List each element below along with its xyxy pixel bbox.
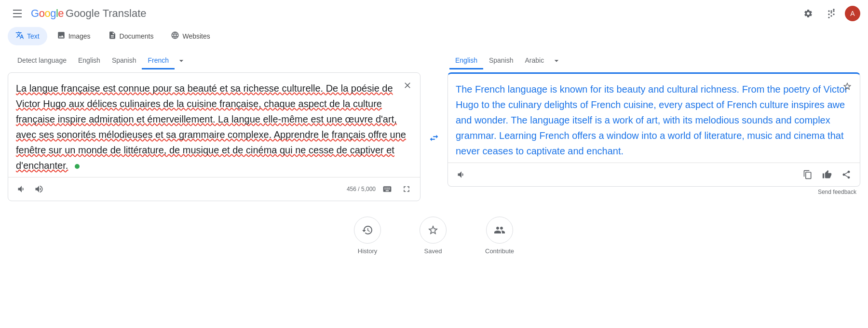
history-icon bbox=[362, 224, 373, 236]
tab-websites[interactable]: Websites bbox=[163, 27, 217, 45]
active-indicator bbox=[75, 164, 80, 169]
swap-button[interactable] bbox=[424, 128, 444, 148]
expand-icon bbox=[402, 184, 411, 194]
source-lang-bar: Detect language English Spanish French bbox=[8, 49, 422, 72]
contribute-label: Contribute bbox=[485, 247, 514, 255]
target-panel: The French language is known for its bea… bbox=[448, 72, 860, 187]
tab-images[interactable]: Images bbox=[49, 27, 98, 45]
apps-button[interactable] bbox=[822, 4, 841, 23]
source-footer-right: 456 / 5,000 bbox=[347, 181, 414, 197]
translate-icon bbox=[15, 31, 24, 41]
target-lang-more-button[interactable] bbox=[550, 54, 563, 68]
target-lang-spanish[interactable]: Spanish bbox=[483, 53, 519, 69]
star-saved-icon bbox=[427, 224, 439, 236]
target-footer-right bbox=[800, 167, 854, 182]
contribute-icon-container bbox=[486, 217, 513, 244]
copy-icon bbox=[803, 170, 813, 179]
app-logo: Google Google Translate bbox=[31, 7, 147, 20]
keyboard-button[interactable] bbox=[380, 181, 395, 197]
avatar[interactable]: A bbox=[845, 6, 860, 21]
source-footer-left bbox=[14, 181, 47, 197]
menu-button[interactable] bbox=[8, 4, 27, 23]
grid-icon bbox=[827, 9, 836, 18]
history-item[interactable]: History bbox=[354, 217, 381, 255]
source-lang-english[interactable]: English bbox=[72, 53, 106, 69]
keyboard-icon bbox=[382, 184, 392, 194]
swap-area bbox=[422, 49, 446, 201]
source-volume-button[interactable] bbox=[31, 181, 47, 197]
header-right: A bbox=[799, 4, 860, 23]
target-side: English Spanish Arabic The French langua… bbox=[446, 49, 860, 201]
hamburger-icon bbox=[13, 10, 22, 17]
source-lang-spanish[interactable]: Spanish bbox=[106, 53, 142, 69]
target-lang-arabic[interactable]: Arabic bbox=[519, 53, 550, 69]
source-lang-french[interactable]: French bbox=[142, 53, 175, 69]
history-icon-container bbox=[354, 217, 381, 244]
source-text-content: La langue française est connue pour sa b… bbox=[16, 83, 406, 171]
source-panel-footer: 456 / 5,000 bbox=[8, 177, 420, 201]
image-icon bbox=[57, 31, 66, 41]
source-lang-detect[interactable]: Detect language bbox=[12, 53, 72, 69]
speaker-icon bbox=[457, 170, 466, 179]
contribute-item[interactable]: Contribute bbox=[485, 217, 514, 255]
gear-icon bbox=[803, 9, 813, 18]
save-translation-button[interactable] bbox=[841, 80, 854, 93]
app-header: Google Google Translate A bbox=[0, 0, 868, 27]
main-area: Detect language English Spanish French L… bbox=[0, 49, 868, 201]
send-feedback-link[interactable]: Send feedback bbox=[446, 187, 860, 197]
volume-icon bbox=[34, 184, 44, 194]
tab-documents-label: Documents bbox=[120, 32, 154, 40]
source-text[interactable]: La langue française est connue pour sa b… bbox=[8, 73, 420, 177]
website-icon bbox=[171, 31, 179, 41]
tab-images-label: Images bbox=[68, 32, 91, 40]
source-lang-more-button[interactable] bbox=[175, 54, 188, 68]
saved-icon-container bbox=[420, 217, 447, 244]
char-count: 456 / 5,000 bbox=[347, 186, 376, 192]
target-text: The French language is known for its bea… bbox=[448, 74, 860, 163]
people-icon bbox=[494, 224, 505, 236]
tab-text-label: Text bbox=[27, 32, 40, 40]
close-icon bbox=[403, 81, 412, 90]
chevron-down-icon bbox=[176, 56, 186, 66]
target-panel-footer bbox=[448, 163, 860, 186]
document-icon bbox=[108, 31, 117, 41]
rate-translation-button[interactable] bbox=[819, 167, 835, 182]
settings-button[interactable] bbox=[799, 4, 818, 23]
history-label: History bbox=[358, 247, 377, 255]
target-speak-button[interactable] bbox=[454, 167, 469, 182]
share-icon bbox=[841, 170, 851, 179]
source-side: Detect language English Spanish French L… bbox=[8, 49, 422, 201]
mode-tabs: Text Images Documents Websites bbox=[0, 27, 868, 49]
expand-button[interactable] bbox=[399, 181, 414, 197]
tab-text[interactable]: Text bbox=[8, 27, 47, 45]
header-left: Google Google Translate bbox=[8, 4, 147, 23]
chevron-down-icon bbox=[552, 56, 561, 66]
tab-websites-label: Websites bbox=[182, 32, 210, 40]
saved-label: Saved bbox=[424, 247, 442, 255]
target-footer-left bbox=[454, 167, 469, 182]
clear-button[interactable] bbox=[401, 79, 414, 92]
source-panel: La langue française est connue pour sa b… bbox=[8, 72, 420, 201]
star-icon bbox=[842, 82, 852, 91]
translate-wordmark: Google Translate bbox=[66, 7, 147, 20]
speaker-icon bbox=[17, 184, 27, 194]
source-speak-button[interactable] bbox=[14, 181, 29, 197]
saved-item[interactable]: Saved bbox=[420, 217, 447, 255]
share-button[interactable] bbox=[839, 167, 854, 182]
target-lang-english[interactable]: English bbox=[449, 53, 483, 69]
google-wordmark: Google bbox=[31, 7, 64, 20]
copy-button[interactable] bbox=[800, 167, 815, 182]
thumbs-icon bbox=[822, 170, 832, 179]
target-lang-bar: English Spanish Arabic bbox=[446, 49, 860, 72]
bottom-section: History Saved Contribute bbox=[0, 201, 868, 255]
tab-documents[interactable]: Documents bbox=[100, 27, 162, 45]
target-text-content: The French language is known for its bea… bbox=[456, 84, 848, 156]
swap-icon bbox=[429, 133, 439, 143]
